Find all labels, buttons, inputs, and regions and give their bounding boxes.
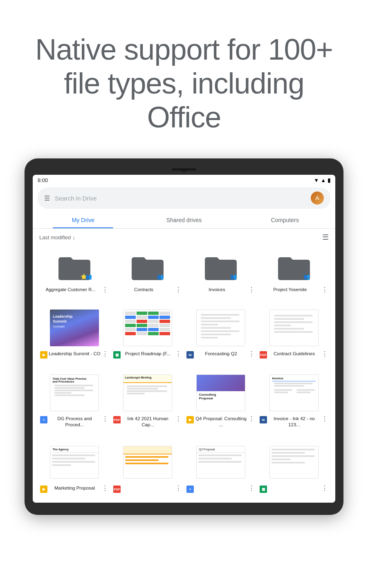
file-name-row: ▶ Leadership Summit - CO ⋮ [40,351,108,359]
file-more-icon[interactable]: ⋮ [102,350,108,358]
file-name-row: W Invoice - Ink 42 - no 123... ⋮ [260,416,328,428]
file-item[interactable]: PDF ⋮ [111,438,184,496]
forecasting-preview [196,310,245,346]
folder-more-icon[interactable]: ⋮ [321,286,328,294]
file-item[interactable]: Q3 Proposal ≡ ⋮ [184,438,257,496]
tablet-camera [182,168,186,172]
file-item[interactable]: ConsultingProposal ▶ Q4 Proposal: Consul… [184,368,257,431]
file-item[interactable]: LeadershipSummit Colorado ▶ Leadership S… [38,303,111,362]
file-thumb: Invoice [267,372,321,413]
folder-item[interactable]: 👥 Project Yosemite ⋮ [257,247,330,297]
consulting-img [197,375,245,391]
avatar[interactable]: A [311,192,324,205]
file-more-icon[interactable]: ⋮ [102,484,108,492]
tablet-top-bar [33,168,335,171]
folder-more-icon[interactable]: ⋮ [102,286,108,294]
slides-icon: ▶ [40,351,47,359]
file-more-icon[interactable]: ⋮ [248,484,255,492]
file-thumb: ConsultingProposal [194,372,247,413]
sort-bar: Last modified ↓ ☰ [33,229,335,244]
file-thumb: The Agency [48,442,101,483]
hero-section: Native support for 100+ file types, incl… [0,0,368,158]
docs-icon: ≡ [40,416,47,423]
svg-text:👥: 👥 [230,273,237,280]
search-bar[interactable]: ☰ Search in Drive A [38,187,330,209]
file-more-icon[interactable]: ⋮ [102,415,108,423]
slides-icon: ▶ [40,486,47,493]
file-name-row: ▦ ⋮ [260,485,328,493]
file-more-icon[interactable]: ⋮ [175,350,182,358]
status-time: 8:00 [38,177,48,183]
file-name-row: Project Yosemite ⋮ [260,287,328,294]
sheets-icon: ▦ [260,486,267,493]
folder-thumb: 👥 [127,252,168,284]
file-thumb [267,442,321,483]
doc-preview [123,446,172,479]
file-name-row: W Forecasting Q2 ⋮ [186,351,255,359]
file-more-icon[interactable]: ⋮ [321,415,328,423]
file-item[interactable]: PDF Contract Guidelines ⋮ [257,303,330,362]
file-item[interactable]: ▦ Project Roadmap (F... ⋮ [111,303,184,362]
tablet-screen: 8:00 ▼ ▲ ▮ ☰ Search in Drive A My Drive … [33,175,335,503]
folder-item[interactable]: 👥 Invoices ⋮ [184,247,257,297]
file-name-row: Contracts ⋮ [113,287,182,294]
wifi-icon: ▼ [314,177,319,183]
file-name: Project Roadmap (F... [121,351,174,357]
leadership-text-overlay: LeadershipSummit Colorado [53,314,73,327]
file-more-icon[interactable]: ⋮ [321,350,328,358]
file-thumb [121,442,174,483]
invoice-preview: Invoice [269,374,319,411]
sort-label[interactable]: Last modified ↓ [39,234,75,241]
file-item[interactable]: Landscape Meeting PDF Ink 42 2021 Human … [111,368,184,431]
file-item[interactable]: Invoice [257,368,330,431]
pdf-icon: PDF [113,486,121,493]
hero-title: Native support for 100+ file types, incl… [25,33,343,134]
leadership-preview: LeadershipSummit Colorado [50,310,99,346]
menu-icon[interactable]: ☰ [44,194,50,202]
sort-arrow: ↓ [72,234,75,241]
file-more-icon[interactable]: ⋮ [248,415,255,423]
tab-computers[interactable]: Computers [234,212,335,228]
leadership-subtitle: Colorado [53,325,73,328]
file-item[interactable]: ▦ ⋮ [257,438,330,496]
file-item[interactable]: Total Cost Value Processand Procedures ≡… [38,368,111,431]
file-name-row: Aggregate Customer R... ⋮ [40,287,108,294]
files-row3-grid: The Agency ▶ Marketing Proposal ⋮ [33,434,335,503]
list-view-icon[interactable]: ☰ [322,233,329,242]
roadmap-preview [123,310,172,346]
file-more-icon[interactable]: ⋮ [175,484,182,492]
files-row1-grid: LeadershipSummit Colorado ▶ Leadership S… [33,300,335,365]
file-item[interactable]: The Agency ▶ Marketing Proposal ⋮ [38,438,111,496]
folder-item[interactable]: ⭐ 👥 Aggregate Customer R... ⋮ [38,247,111,297]
file-name: Invoice - Ink 42 - no 123... [268,416,321,428]
battery-icon: ▮ [328,177,330,183]
file-more-icon[interactable]: ⋮ [321,484,328,492]
file-thumb [121,307,174,348]
doc-preview: Q3 Proposal [196,446,245,479]
file-name-row: Invoices ⋮ [186,287,255,294]
consulting-preview: ConsultingProposal [196,374,245,411]
word-icon: W [186,351,194,359]
file-name: Marketing Proposal [48,485,101,491]
svg-text:👥: 👥 [157,273,164,280]
pdf-icon: PDF [113,416,121,423]
doc-preview: The Agency [50,446,99,479]
tab-my-drive[interactable]: My Drive [33,212,134,228]
folder-item[interactable]: 👥 Contracts ⋮ [111,247,184,297]
dg-title: Total Cost Value Processand Procedures [53,377,96,383]
file-more-icon[interactable]: ⋮ [248,350,255,358]
svg-text:👥: 👥 [303,273,310,280]
doc-preview [269,446,319,479]
file-item[interactable]: W Forecasting Q2 ⋮ [184,303,257,362]
folder-more-icon[interactable]: ⋮ [248,286,255,294]
folder-name: Invoices [186,287,247,292]
tabs-container: My Drive Shared drives Computers [33,212,335,229]
file-name: Contract Guidelines [268,351,321,357]
consulting-text: ConsultingProposal [197,391,245,402]
file-more-icon[interactable]: ⋮ [175,415,182,423]
file-name-row: ▶ Q4 Proposal: Consulting ... ⋮ [186,416,255,428]
tab-shared-drives[interactable]: Shared drives [134,212,235,228]
folder-name: Contracts [113,287,174,292]
search-bar-container: ☰ Search in Drive A [33,185,335,212]
folder-more-icon[interactable]: ⋮ [175,286,182,294]
